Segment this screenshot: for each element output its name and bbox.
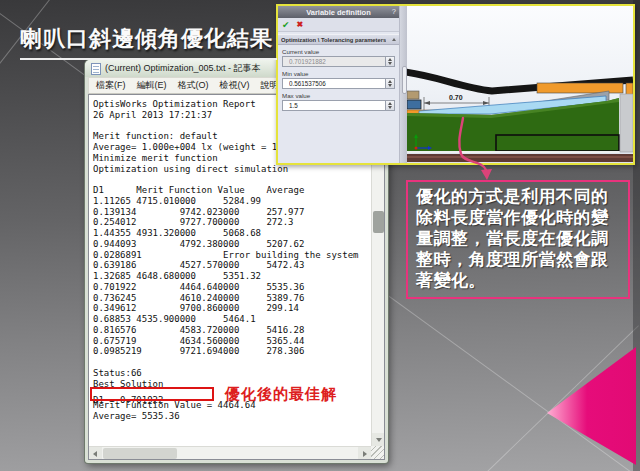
menu-edit[interactable]: 編輯(E): [137, 79, 167, 92]
spinner-up-icon[interactable]: [388, 102, 392, 105]
spinner-down-icon[interactable]: [388, 84, 392, 87]
scroll-left-icon[interactable]: [89, 447, 102, 460]
variable-definition-title: Variable definition: [306, 8, 371, 17]
min-value-label: Min value: [282, 70, 395, 77]
current-value-group: Current value: [278, 45, 399, 67]
max-value-label: Max value: [282, 92, 395, 99]
menu-file[interactable]: 檔案(F): [96, 79, 126, 92]
scroll-right-icon[interactable]: [358, 447, 371, 460]
horizontal-scroll-thumb[interactable]: [103, 448, 177, 459]
max-value-group: Max value: [278, 89, 399, 111]
variable-definition-panel: Variable definition ? ✔ ✖ Optimization \…: [278, 6, 400, 163]
scroll-down-icon[interactable]: [372, 433, 385, 446]
min-value-input[interactable]: [282, 78, 386, 89]
variable-definition-titlebar: Variable definition ?: [278, 6, 399, 18]
annotation-arrow: [438, 92, 508, 187]
explanation-callout-box: 優化的方式是利用不同的除料長度當作優化時的變量調整，當長度在優化調整時，角度理所…: [406, 180, 630, 299]
spinner-down-icon[interactable]: [388, 62, 392, 65]
horizontal-scrollbar[interactable]: [89, 446, 371, 459]
notepad-icon: [91, 63, 101, 75]
confirm-check-icon[interactable]: ✔: [282, 20, 290, 30]
slide-canvas: 喇叭口斜邊傾角優化結果 (Current) Optimization_005.t…: [0, 0, 640, 471]
parameters-section-header[interactable]: Optimization \ Tolerancing parameters: [278, 34, 399, 45]
menu-format[interactable]: 格式(O): [178, 79, 209, 92]
notepad-window-title: (Current) Optimization_005.txt - 記事本: [105, 62, 261, 75]
current-value-spinner[interactable]: [386, 56, 395, 67]
vertical-scroll-thumb[interactable]: [373, 211, 384, 233]
spinner-up-icon[interactable]: [388, 80, 392, 83]
collapse-arrow-icon: [392, 38, 396, 41]
spinner-down-icon[interactable]: [388, 106, 392, 109]
min-value-group: Min value: [278, 67, 399, 89]
corner-triangle-decor: [545, 344, 637, 468]
panel-toolbar: ✔ ✖: [278, 18, 399, 32]
spinner-up-icon[interactable]: [388, 58, 392, 61]
panel-splitter[interactable]: [400, 6, 407, 163]
help-icon[interactable]: ?: [392, 7, 396, 16]
min-value-spinner[interactable]: [386, 78, 395, 89]
page-title: 喇叭口斜邊傾角優化結果: [20, 24, 277, 60]
parameters-section-title: Optimization \ Tolerancing parameters: [281, 37, 386, 43]
cancel-x-icon[interactable]: ✖: [297, 20, 304, 30]
menu-view[interactable]: 檢視(V): [220, 79, 250, 92]
best-solution-row: D1 = 0.701922 優化後的最佳解: [93, 389, 163, 400]
resize-grip[interactable]: [371, 446, 384, 459]
report-text-lower: Merit Function Value = 4464.64 Average= …: [93, 400, 256, 422]
max-value-input[interactable]: [282, 100, 386, 111]
current-value-input[interactable]: [282, 56, 386, 67]
current-value-label: Current value: [282, 48, 395, 55]
max-value-spinner[interactable]: [386, 100, 395, 111]
